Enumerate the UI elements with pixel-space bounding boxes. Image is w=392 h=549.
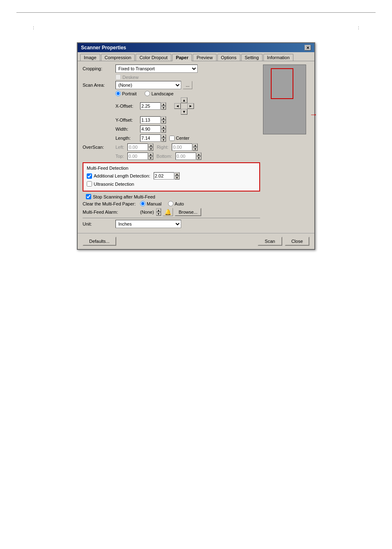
nav-right[interactable]: ► [187,103,194,109]
right-control: ▲ ▼ [172,143,198,151]
tab-color-dropout[interactable]: Color Dropout [136,54,171,61]
x-offset-label: X-Offset: [115,104,140,108]
close-dialog-button[interactable]: Close [285,237,309,246]
top-rule [16,12,376,13]
additional-length-input[interactable] [154,172,174,180]
alarm-label: Multi-Feed Alarm: [83,210,140,215]
left-input[interactable] [127,143,148,151]
additional-length-checkbox[interactable] [87,173,92,179]
dialog-title: Scanner Properties [81,45,126,51]
y-offset-up[interactable]: ▲ [161,116,166,120]
center-checkbox[interactable] [169,136,175,141]
center-option[interactable]: Center [169,136,189,141]
portrait-option[interactable]: Portrait [115,91,136,96]
preview-panel [263,65,306,134]
stop-scanning-label: Stop Scanning after Multi-Feed [93,194,155,199]
left-up[interactable]: ▲ [148,143,153,147]
length-label: Length: [115,136,140,141]
manual-radio[interactable] [140,201,145,206]
auto-option[interactable]: Auto [168,201,184,206]
bottom-arrows: ▲ ▼ [196,152,201,160]
overscan-row: OverScan: Left: ▲ ▼ Ri [83,143,260,151]
dialog-footer: Defaults... Scan Close [78,233,314,249]
ultrasonic-checkbox[interactable] [87,181,92,187]
cropping-select[interactable]: Fixed to Transport [115,65,198,73]
nav-up[interactable]: ▲ [181,97,187,103]
deskew-row: Deskew [115,74,260,80]
tab-paper[interactable]: Paper [172,54,192,61]
y-offset-arrows: ▲ ▼ [161,116,166,124]
x-offset-input[interactable] [140,102,161,110]
additional-length-option[interactable]: Additional Length Detection: [87,173,150,179]
top-input[interactable] [127,152,148,160]
bottom-input[interactable] [175,152,196,160]
width-input[interactable] [140,125,161,133]
clear-multi-fed-row: Clear the Multi-Fed Paper: Manual Auto [83,201,260,206]
stop-scanning-checkbox[interactable] [86,194,91,199]
scan-area-select[interactable]: (None) [115,81,181,89]
bottom-up[interactable]: ▲ [196,152,201,156]
right-label: Right: [157,145,168,150]
tab-options[interactable]: Options [217,54,240,61]
separator [83,218,260,218]
clear-multi-fed-label: Clear the Multi-Fed Paper: [83,201,140,206]
length-down[interactable]: ▼ [161,138,166,142]
overscan-label: OverScan: [83,145,115,150]
width-arrows: ▲ ▼ [161,125,166,133]
defaults-button[interactable]: Defaults... [83,237,116,246]
ultrasonic-option[interactable]: Ultrasonic Detection [87,181,134,187]
browse-button[interactable]: Browse... [175,208,202,216]
cropping-row: Cropping: Fixed to Transport [83,65,260,73]
dialog-titlebar: Scanner Properties ✕ [78,43,314,52]
left-down[interactable]: ▼ [148,147,153,151]
left-label: Left: [115,145,124,150]
additional-length-up[interactable]: ▲ [175,172,180,176]
tab-preview[interactable]: Preview [193,54,216,61]
width-down[interactable]: ▼ [161,129,166,133]
nav-down[interactable]: ▼ [181,109,187,115]
alarm-up[interactable]: ▲ [156,208,161,212]
tab-image[interactable]: Image [80,54,100,61]
top-arrows: ▲ ▼ [148,152,153,160]
length-up[interactable]: ▲ [161,134,166,138]
top-down[interactable]: ▼ [148,156,153,160]
y-offset-down[interactable]: ▼ [161,120,166,124]
x-offset-control: ▲ ▼ [140,102,166,110]
x-offset-down[interactable]: ▼ [161,106,166,110]
landscape-radio[interactable] [145,91,150,96]
preview-rect [271,68,293,99]
right-down[interactable]: ▼ [193,147,198,151]
top-up[interactable]: ▲ [148,152,153,156]
center-label: Center [176,136,189,141]
tab-setting[interactable]: Setting [241,54,263,61]
auto-radio[interactable] [168,201,173,206]
manual-option[interactable]: Manual [140,201,161,206]
deskew-checkbox[interactable] [115,74,121,80]
x-offset-up[interactable]: ▲ [161,102,166,106]
alarm-sound-btn[interactable]: 🔔 [163,208,173,216]
alarm-down[interactable]: ▼ [156,212,161,216]
y-offset-input[interactable] [140,116,161,124]
additional-length-down[interactable]: ▼ [175,176,180,180]
caption-left: : [33,25,34,30]
caption-area: : : [0,21,392,34]
bottom-down[interactable]: ▼ [196,156,201,160]
scan-button[interactable]: Scan [258,237,282,246]
navigator: ▲ ◄ ► ▼ [174,97,194,115]
alarm-row: Multi-Feed Alarm: (None) ▲ ▼ 🔔 Browse... [83,208,260,216]
scan-area-btn[interactable]: ... [183,81,192,89]
landscape-option[interactable]: Landscape [145,91,173,96]
dialog-wrapper: Scanner Properties ✕ Image Compression C… [0,42,392,250]
tab-compression[interactable]: Compression [101,54,135,61]
right-up[interactable]: ▲ [193,143,198,147]
portrait-radio[interactable] [115,91,121,96]
close-button[interactable]: ✕ [304,45,311,51]
unit-select[interactable]: Inches [115,220,181,228]
right-input[interactable] [172,143,192,151]
nav-left[interactable]: ◄ [174,103,181,109]
width-up[interactable]: ▲ [161,125,166,129]
stop-scanning-option[interactable]: Stop Scanning after Multi-Feed [86,194,155,199]
x-offset-row: X-Offset: ▲ ▼ ▲ [115,97,260,115]
length-input[interactable] [140,134,161,142]
tab-information[interactable]: Information [263,54,293,61]
